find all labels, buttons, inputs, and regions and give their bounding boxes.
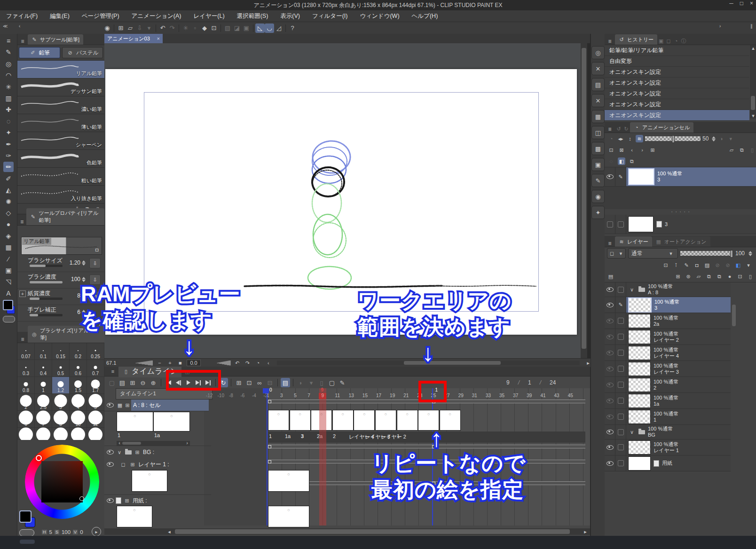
new-folder-icon[interactable]: ▱ [695,273,702,280]
new-raster-layer-icon[interactable]: ⊞ [674,273,682,280]
color-set-button[interactable]: ▸ [92,527,101,536]
deselect-icon[interactable]: ▫ [190,24,200,33]
checkbox[interactable] [618,221,624,227]
figure-tool-icon[interactable]: ∕ [3,254,14,264]
checkbox[interactable] [618,414,624,420]
balloon-tool-icon[interactable]: ◠ [3,70,14,80]
eye-icon[interactable] [606,430,614,434]
layer-content[interactable]: ∨100 %通常BG [626,425,731,439]
tab-info-icon[interactable]: ⓘ [680,37,687,45]
brush-size-0.5[interactable]: 0.5 [52,360,70,377]
layer-row-1[interactable]: 100 %通常1 [605,409,731,425]
combine-layer-icon[interactable]: ⧉ [716,273,723,280]
layer-row-1a[interactable]: 100 %通常1a [605,393,731,409]
timeline-cel-thumbnail[interactable] [332,410,354,431]
subtool-item-0[interactable]: リアル鉛筆 [17,61,104,78]
batch-specify-icon[interactable]: ∞ [255,378,264,387]
eye-icon[interactable] [107,403,114,408]
layer1-track-label[interactable]: レイヤー 1 : [138,461,169,469]
zoom-slider[interactable] [119,361,153,366]
panel-menu-icon[interactable]: ≡ [17,336,28,343]
timeline-cel-label[interactable]: 1 [397,433,400,439]
zoom-out-icon[interactable]: − [156,359,163,367]
eyedropper-tool-icon[interactable]: ✒ [3,139,14,149]
frame-border-tool-icon[interactable]: ▣ [3,265,14,275]
lasso-tool-icon[interactable]: ◌ [3,116,14,126]
eye-icon[interactable] [606,351,614,355]
new-cel-icon[interactable]: ⊞ [234,378,244,387]
property-slider[interactable] [30,281,63,283]
sv-marker[interactable] [79,496,84,501]
tab-navigator-icon[interactable]: ▣ [657,37,665,45]
eye-cell[interactable] [605,313,615,329]
subtool-item-6[interactable]: 粗い鉛筆 [17,168,104,186]
eye-icon[interactable] [107,498,114,503]
opacity-spinner[interactable] [748,251,752,256]
layer-content[interactable]: 100 %通常2a [626,313,731,329]
timeline-cel-thumbnail[interactable] [290,410,311,431]
panel-menu-icon[interactable]: ≡ [17,38,28,45]
brush-size-clipped[interactable] [35,428,52,440]
brush-size-5[interactable]: 5 [87,394,104,411]
duplicate-cel-icon[interactable]: ⧉ [738,146,746,154]
brush-size-8[interactable]: 8 [52,411,70,428]
eye-icon[interactable] [606,445,614,450]
layer-list-mode-icon[interactable]: ▤ [607,273,614,280]
pen-tool-icon[interactable]: ✑ [3,150,14,161]
timeline-cel-thumbnail[interactable] [354,410,375,431]
cel-edit-icon[interactable]: ⊡ [607,146,615,154]
edit-cell[interactable] [615,377,626,392]
menu-item-2[interactable]: ページ管理(P) [76,10,126,22]
brush-size-0.4[interactable]: 0.4 [35,360,52,377]
brush-size-0.2[interactable]: 0.2 [70,343,87,360]
history-item-5[interactable]: オニオンスキン設定 [605,99,749,110]
brush-size-10[interactable]: 10 [70,411,87,428]
layer-row-A : 8[interactable]: ∨100 %通常A : 8 [605,282,731,297]
tl-list-icon[interactable]: ▤ [118,378,127,387]
paper-track-label[interactable]: 用紙 : [133,497,147,505]
eye-icon[interactable] [606,287,614,292]
cel-thumbnail-left[interactable] [117,412,153,431]
chevron-down-icon[interactable]: ∨ [116,448,123,456]
quick-save-folder-icon[interactable]: ▤ [591,78,605,91]
layer-thumbnail[interactable] [628,362,651,376]
edit-cell[interactable] [615,329,626,345]
collapse-left-icon[interactable]: ≪ [3,24,8,29]
eye-icon[interactable] [606,335,614,339]
hand-tool-icon[interactable]: ✳ [3,82,14,92]
timeline-cel-label[interactable]: 1 [269,433,272,439]
layer-content[interactable]: 100 %通常レイヤー 3 [626,361,731,376]
brush-size-2.5[interactable]: 2.5 [35,394,52,411]
value-spinner[interactable] [82,260,86,266]
layer-content[interactable]: ∨100 %通常A : 8 [626,282,731,297]
toolbar-menu-icon[interactable]: ≡ [3,36,14,46]
layer-row-レイヤー 3[interactable]: 100 %通常レイヤー 3 [605,361,731,377]
timeline-cel-thumbnail[interactable] [440,410,461,431]
eye-icon[interactable] [606,383,614,387]
zoom-in-icon[interactable]: + [166,359,173,367]
panel-menu-icon[interactable]: ≡ [605,126,615,133]
tl-new-timeline-icon[interactable]: ⊞ [128,378,137,387]
checkbox[interactable] [618,429,624,435]
quick-camera-icon[interactable]: ◉ [591,190,605,203]
brush-size-4[interactable]: 4 [70,394,87,411]
snap-special-icon[interactable]: ◿ [274,24,284,33]
history-item-1[interactable]: 自由変形 [605,56,749,67]
save-file-icon[interactable]: ⇩ [135,24,144,33]
open-file-icon[interactable]: ▱ [126,24,135,33]
frame-box-icon[interactable]: ▢ [327,378,337,387]
checkbox[interactable] [618,318,624,324]
maximize-button[interactable]: □ [740,0,743,10]
panel-menu-icon[interactable]: ≡ [605,240,615,247]
cel-lock-icon[interactable]: ⊠ [618,146,625,154]
save-dropdown-icon[interactable]: ▾ [144,24,154,33]
specify-cel-icon[interactable]: ⊡ [244,378,254,387]
flip-view-icon[interactable]: ‹ [265,359,272,367]
eraser-tool-icon[interactable]: ◇ [3,208,14,218]
paper-thumbnail-left[interactable] [117,506,152,527]
brush-size-1.5[interactable]: 1.5 [70,377,87,394]
subtool-item-7[interactable]: 入り抜き鉛筆 [17,186,104,204]
tl-zoom-in-icon[interactable]: ⊕ [149,378,158,387]
checkbox[interactable] [618,460,624,466]
layer-mask-icon[interactable]: ● [726,273,733,280]
